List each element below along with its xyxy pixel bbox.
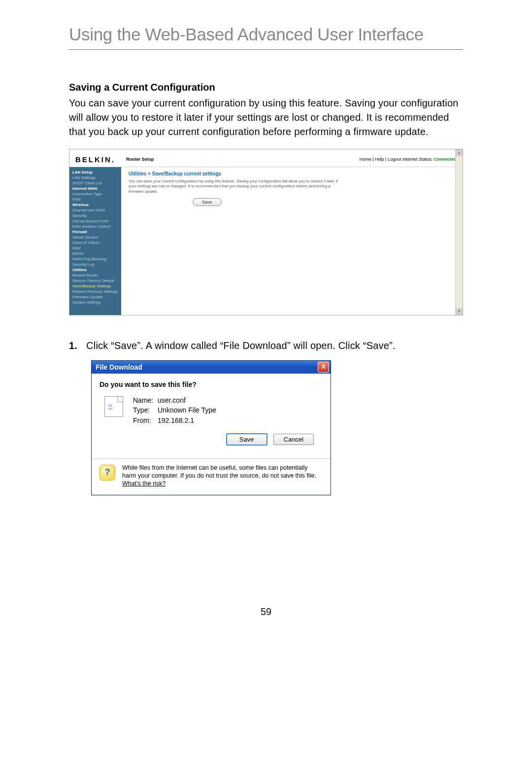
- sidebar-item[interactable]: Restore Factory Default: [69, 278, 121, 283]
- connection-status: Connected: [433, 157, 457, 162]
- dialog-titlebar: File Download X: [92, 361, 331, 374]
- dialog-footer: ? While files from the Internet can be u…: [92, 458, 331, 495]
- sidebar-item[interactable]: Virtual Servers: [69, 235, 121, 240]
- step-text: Click “Save”. A window called “File Down…: [86, 340, 396, 351]
- sidebar-item[interactable]: Utilities: [69, 267, 121, 273]
- router-subtitle: Router Setup: [126, 157, 154, 162]
- save-button[interactable]: Save: [193, 198, 222, 206]
- page-number: 59: [69, 606, 463, 618]
- sidebar-item[interactable]: LAN Settings: [69, 175, 121, 180]
- sidebar-item[interactable]: Security: [69, 213, 121, 218]
- sidebar-item[interactable]: DDNS: [69, 251, 121, 256]
- risk-link[interactable]: What's the risk?: [122, 480, 166, 487]
- sidebar-item[interactable]: Internet WAN: [69, 186, 121, 191]
- file-name: user.conf: [158, 396, 186, 404]
- sidebar-item[interactable]: Firmware Update: [69, 294, 121, 300]
- section-heading: Saving a Current Configuration: [69, 82, 463, 93]
- sidebar-item[interactable]: Save/Backup Settings: [69, 283, 121, 289]
- sidebar-item[interactable]: DHCP Client List: [69, 180, 121, 186]
- sidebar-item[interactable]: WAN Ping Blocking: [69, 256, 121, 262]
- dialog-title: File Download: [96, 363, 142, 371]
- footer-text: While files from the Internet can be use…: [122, 464, 316, 479]
- step-number: 1.: [69, 340, 77, 351]
- file-meta: Name:user.conf Type:Unknown File Type Fr…: [133, 395, 216, 425]
- title-rule: [69, 49, 463, 50]
- sidebar-item[interactable]: Restore Previous Settings: [69, 289, 121, 294]
- router-main: Utilities > Save/Backup current settings…: [121, 167, 463, 315]
- sidebar-item[interactable]: Connection Type: [69, 191, 121, 197]
- brand-logo: BELKIN.: [75, 155, 114, 164]
- sidebar-item[interactable]: DMZ: [69, 245, 121, 251]
- router-ui-screenshot: ▴ ▾ BELKIN. Router Setup Home | Help | L…: [69, 149, 463, 315]
- sidebar-item[interactable]: Firewall: [69, 229, 121, 235]
- sidebar-item[interactable]: DNS: [69, 197, 121, 202]
- router-description: You can save your current configuration …: [129, 179, 345, 194]
- sidebar-item[interactable]: MAC Address Control: [69, 224, 121, 229]
- breadcrumb: Utilities > Save/Backup current settings: [129, 171, 455, 176]
- cancel-button[interactable]: Cancel: [273, 434, 314, 445]
- scroll-up-icon[interactable]: ▴: [456, 149, 463, 156]
- step-1: 1.Click “Save”. A window called “File Do…: [69, 340, 463, 351]
- router-status: Home | Help | Logout Internet Status: Co…: [360, 157, 457, 162]
- sidebar-item[interactable]: Client IP Filters: [69, 240, 121, 245]
- sidebar-item[interactable]: Channel and SSID: [69, 207, 121, 213]
- sidebar-item[interactable]: Use as Access Point: [69, 218, 121, 224]
- file-icon: ini≡≡: [104, 396, 123, 417]
- page-title: Using the Web-Based Advanced User Interf…: [69, 25, 463, 44]
- sidebar-item[interactable]: System Settings: [69, 300, 121, 305]
- close-icon[interactable]: X: [318, 362, 329, 373]
- sidebar-item[interactable]: LAN Setup: [69, 170, 121, 175]
- router-sidebar: LAN SetupLAN SettingsDHCP Client ListInt…: [69, 167, 121, 315]
- sidebar-item[interactable]: Restart Router: [69, 273, 121, 278]
- sidebar-item[interactable]: Security Log: [69, 262, 121, 267]
- file-source: 192.168.2.1: [158, 416, 194, 424]
- router-header: BELKIN. Router Setup Home | Help | Logou…: [69, 149, 463, 167]
- sidebar-item[interactable]: Wireless: [69, 202, 121, 207]
- dialog-question: Do you want to save this file?: [100, 380, 323, 388]
- body-text: You can save your current configuration …: [69, 96, 463, 139]
- file-download-dialog: File Download X Do you want to save this…: [91, 360, 331, 495]
- file-type: Unknown File Type: [158, 406, 216, 414]
- warning-icon: ?: [100, 465, 115, 481]
- save-button[interactable]: Save: [226, 433, 267, 446]
